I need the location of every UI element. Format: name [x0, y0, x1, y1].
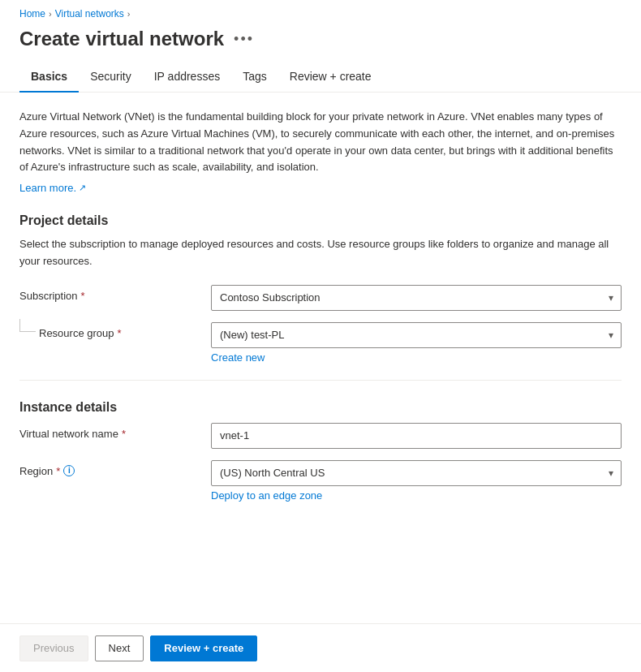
resource-group-select-wrapper: (New) test-PL ▾	[211, 322, 622, 348]
deploy-edge-zone-link[interactable]: Deploy to an edge zone	[211, 489, 322, 502]
region-required: *	[56, 465, 60, 477]
breadcrumb-virtual-networks[interactable]: Virtual networks	[55, 8, 124, 19]
region-label: Region * i	[19, 460, 198, 477]
breadcrumb: Home › Virtual networks ›	[0, 0, 641, 24]
breadcrumb-sep-1: ›	[49, 9, 52, 19]
more-options-icon[interactable]: •••	[234, 31, 254, 48]
subscription-select[interactable]: Contoso Subscription	[211, 285, 622, 311]
resource-group-label-wrap: Resource group *	[19, 322, 198, 339]
resource-group-row: Resource group * (New) test-PL ▾ Create …	[19, 322, 622, 364]
breadcrumb-sep-2: ›	[127, 9, 131, 19]
learn-more-link[interactable]: Learn more. ↗	[19, 182, 86, 194]
subscription-row: Subscription * Contoso Subscription ▾	[19, 285, 622, 311]
page-title: Create virtual network	[19, 28, 224, 50]
instance-details-title: Instance details	[19, 400, 622, 415]
breadcrumb-home[interactable]: Home	[19, 8, 45, 19]
tabs-bar: Basics Security IP addresses Tags Review…	[0, 63, 641, 93]
vnet-name-label: Virtual network name *	[19, 423, 198, 440]
create-new-link[interactable]: Create new	[211, 351, 265, 364]
intro-text: Azure Virtual Network (VNet) is the fund…	[19, 109, 622, 176]
section-divider	[19, 380, 622, 381]
next-button[interactable]: Next	[95, 635, 144, 661]
tab-tags[interactable]: Tags	[231, 63, 278, 93]
subscription-select-wrapper: Contoso Subscription ▾	[211, 285, 622, 311]
resource-group-select[interactable]: (New) test-PL	[211, 322, 622, 348]
indent-bar	[19, 319, 36, 332]
resource-group-control: (New) test-PL ▾ Create new	[211, 322, 622, 364]
review-create-button[interactable]: Review + create	[150, 635, 257, 661]
footer-bar: Previous Next Review + create	[0, 623, 641, 672]
vnet-name-row: Virtual network name *	[19, 423, 622, 449]
tab-security[interactable]: Security	[79, 63, 143, 93]
resource-group-label: Resource group *	[39, 327, 122, 339]
region-control: (US) North Central US ▾ Deploy to an edg…	[211, 460, 622, 502]
vnet-name-required: *	[122, 428, 126, 440]
tab-ip-addresses[interactable]: IP addresses	[143, 63, 231, 93]
project-details-title: Project details	[19, 213, 622, 228]
project-details-desc: Select the subscription to manage deploy…	[19, 236, 622, 270]
page-header: Create virtual network •••	[0, 24, 641, 63]
resource-group-required: *	[118, 327, 122, 339]
tab-basics[interactable]: Basics	[19, 63, 79, 93]
external-link-icon: ↗	[79, 183, 86, 193]
vnet-name-control	[211, 423, 622, 449]
tab-review-create[interactable]: Review + create	[278, 63, 383, 93]
region-info-icon[interactable]: i	[63, 465, 75, 476]
subscription-label: Subscription *	[19, 285, 198, 302]
subscription-control: Contoso Subscription ▾	[211, 285, 622, 311]
region-row: Region * i (US) North Central US ▾ Deplo…	[19, 460, 622, 502]
vnet-name-input[interactable]	[211, 423, 622, 449]
content-area: Azure Virtual Network (VNet) is the fund…	[0, 93, 641, 502]
previous-button[interactable]: Previous	[19, 635, 88, 661]
region-select-wrapper: (US) North Central US ▾	[211, 460, 622, 486]
learn-more-text: Learn more.	[19, 182, 76, 194]
subscription-required: *	[81, 290, 85, 302]
region-select[interactable]: (US) North Central US	[211, 460, 622, 486]
